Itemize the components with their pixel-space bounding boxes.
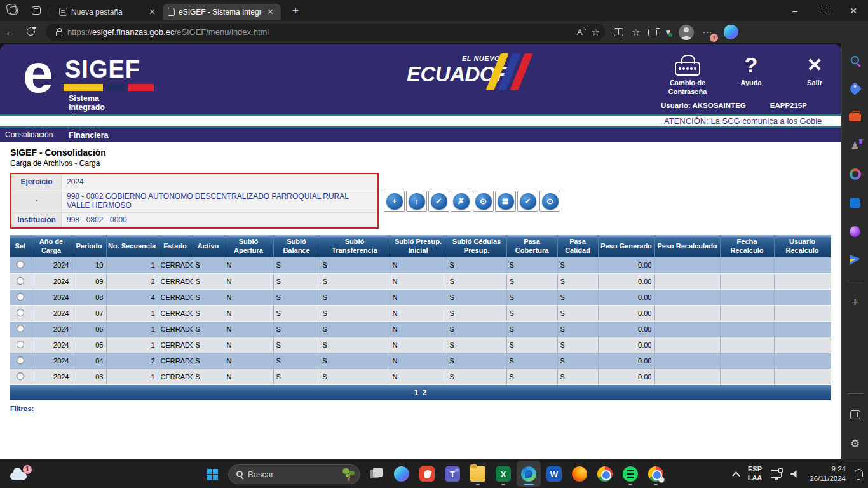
spotify-app-icon[interactable]: [618, 461, 642, 487]
back-button[interactable]: ←: [0, 27, 20, 38]
minimize-button[interactable]: –: [780, 0, 810, 21]
page-link-2[interactable]: 2: [423, 388, 427, 397]
edge-sidebar: + ⚙: [841, 43, 868, 459]
new-tab-button[interactable]: +: [287, 4, 304, 18]
validate-file-button[interactable]: ✓: [428, 191, 449, 212]
row-select-radio[interactable]: [17, 293, 24, 301]
tray-chevron-icon[interactable]: [732, 471, 740, 480]
row-select-radio[interactable]: [17, 325, 24, 332]
logo-stripes: [64, 84, 154, 91]
sidebar-games-button[interactable]: [848, 138, 863, 153]
row-select-radio[interactable]: [17, 277, 24, 285]
sidebar-settings-button[interactable]: ⚙: [848, 436, 863, 451]
split-screen-icon[interactable]: [614, 28, 623, 36]
network-icon[interactable]: [771, 470, 782, 478]
language-indicator[interactable]: ESPLAA: [748, 465, 763, 483]
sidebar-drop-button[interactable]: [848, 224, 863, 239]
sidebar-designer-send-button[interactable]: [848, 252, 863, 268]
notifications-bell-icon[interactable]: [855, 469, 863, 477]
url-field[interactable]: https://esigef.finanzas.gob.ec/eSIGEF/me…: [46, 24, 605, 41]
delete-file-button[interactable]: ✗: [451, 191, 471, 212]
favorites-hub-icon[interactable]: ☆: [632, 27, 640, 38]
tab-esigef[interactable]: eSIGEF - Sistema Integrado de G ✕: [163, 4, 281, 20]
restore-icon: [822, 8, 827, 13]
row-select-radio[interactable]: [17, 341, 24, 348]
chrome-app-icon[interactable]: [593, 461, 617, 487]
start-button[interactable]: [200, 462, 224, 486]
weather-widget[interactable]: 1: [10, 465, 32, 483]
pdf-app-icon[interactable]: [415, 461, 439, 487]
table-cell: 07: [72, 305, 106, 321]
read-aloud-icon[interactable]: A: [577, 27, 583, 37]
volume-icon[interactable]: [790, 470, 801, 478]
help-button[interactable]: ? Ayuda: [726, 51, 776, 97]
teams-icon: T: [445, 466, 460, 482]
page-current[interactable]: 1: [414, 388, 418, 397]
table-cell: S: [506, 337, 557, 353]
clock[interactable]: 9:2426/11/2024: [810, 464, 846, 484]
task-view-app-icon[interactable]: [364, 461, 388, 487]
upload-file-button[interactable]: ↑: [406, 191, 427, 212]
row-select-radio[interactable]: [17, 372, 24, 380]
table-cell: N: [224, 321, 273, 337]
profile-avatar[interactable]: [679, 25, 694, 40]
collections-icon[interactable]: [648, 29, 657, 36]
games-icon: [850, 140, 859, 152]
refresh-icon: [25, 25, 36, 37]
tab-list-icon[interactable]: [27, 3, 46, 19]
refresh-button[interactable]: [20, 27, 41, 38]
table-row: 2024092CERRADOSNSSNSSS0.00: [10, 273, 831, 289]
sidebar-add-button[interactable]: +: [848, 295, 863, 310]
print-button[interactable]: ≣: [495, 191, 516, 212]
sidebar-outlook-button[interactable]: [848, 195, 863, 210]
table-cell: S: [506, 257, 557, 273]
outlook-icon: [850, 198, 860, 208]
explorer-app-icon[interactable]: [466, 461, 490, 487]
sidebar-sidebar-search-button[interactable]: [848, 52, 863, 67]
copilot-icon[interactable]: [724, 25, 738, 39]
more-menu-icon[interactable]: ⋯1: [702, 27, 715, 38]
taskbar-search[interactable]: Buscar: [228, 464, 360, 484]
row-select-radio[interactable]: [17, 356, 24, 364]
restore-button[interactable]: [810, 0, 839, 21]
word-app-icon[interactable]: W: [542, 461, 566, 487]
row-select-cell: [10, 257, 31, 273]
tab-close-icon[interactable]: ✕: [147, 7, 158, 17]
browser-essentials-icon[interactable]: ♥: [665, 27, 670, 37]
table-cell: S: [193, 337, 224, 353]
close-button[interactable]: ✕: [839, 0, 868, 21]
exit-button[interactable]: ✕ Salir: [789, 51, 840, 97]
terminal-code: EAPP215P: [770, 102, 807, 109]
column-header: Activo: [193, 235, 224, 257]
change-password-button[interactable]: Cambio de Contraseña: [662, 51, 713, 97]
excel-app-icon[interactable]: X: [491, 461, 515, 487]
sidebar-panel-toggle[interactable]: [848, 407, 863, 423]
row-select-radio[interactable]: [17, 309, 24, 316]
menu-item-consolidacion[interactable]: Consolidación: [5, 130, 53, 139]
copilot-app-icon[interactable]: [390, 461, 414, 487]
sidebar-shopping-button[interactable]: [848, 81, 863, 96]
firefox-app-icon[interactable]: [567, 461, 592, 487]
form-value: 998 - 0802 - 0000: [62, 213, 377, 227]
sidebar-microsoft-365-button[interactable]: [848, 166, 863, 182]
approve-button[interactable]: ✓: [517, 191, 538, 212]
favorite-star-icon[interactable]: ☆: [592, 27, 600, 38]
row-select-radio[interactable]: [17, 261, 24, 268]
table-cell: S: [506, 289, 557, 305]
table-cell: S: [320, 273, 390, 289]
view-detail-button[interactable]: ⊙: [473, 191, 494, 212]
chrome2-app-icon[interactable]: [644, 461, 668, 487]
tab-nueva-pestana[interactable]: Nueva pestaña ✕: [54, 4, 163, 20]
new-record-button[interactable]: +: [384, 191, 405, 212]
sidebar-toolbox-button[interactable]: [848, 109, 863, 125]
form-row: -998 - 0802 GOBIERNO AUTONOMO DESCENTRAL…: [12, 189, 377, 213]
teams-app-icon[interactable]: T: [440, 461, 465, 487]
workspaces-icon[interactable]: [4, 3, 23, 19]
column-header: Estado: [158, 235, 193, 257]
tab-close-icon[interactable]: ✕: [265, 7, 276, 17]
edge-app-icon[interactable]: [517, 461, 541, 487]
filters-link[interactable]: Filtros:: [10, 405, 34, 412]
password-lock-icon: [662, 51, 713, 79]
recalculate-search-button[interactable]: ⊙: [539, 191, 560, 212]
table-cell: 10: [72, 257, 106, 273]
